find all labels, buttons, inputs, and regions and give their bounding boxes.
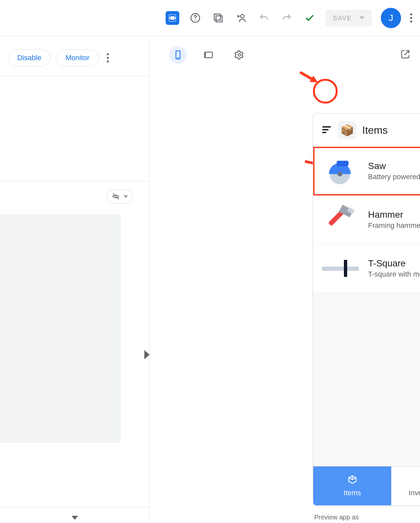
svg-rect-17	[322, 129, 328, 130]
undo-icon[interactable]	[257, 11, 271, 25]
bottom-tabs: Items Inventory Log Levels	[313, 466, 420, 505]
expand-toggle-icon[interactable]	[72, 516, 78, 520]
help-icon[interactable]	[188, 11, 202, 25]
device-phone-button[interactable]	[169, 46, 187, 64]
disable-button[interactable]: Disable	[8, 49, 51, 66]
list-item[interactable]: Saw Battery powered circular saw	[313, 147, 420, 195]
preview-as-label: Preview app as	[314, 514, 359, 521]
item-subtitle: Battery powered circular saw	[368, 173, 420, 181]
tab-items[interactable]: Items	[313, 466, 391, 505]
visibility-off-icon	[112, 192, 120, 201]
save-caret-icon	[359, 16, 364, 20]
item-subtitle: T-square with metric ruler	[368, 270, 420, 278]
svg-rect-5	[216, 16, 222, 22]
svg-rect-4	[214, 14, 220, 20]
device-settings-button[interactable]	[231, 46, 248, 64]
svg-rect-9	[205, 52, 213, 58]
panel-resize-grip[interactable]	[144, 350, 150, 359]
app-icon: 📦	[338, 121, 356, 139]
item-title: Saw	[368, 161, 420, 171]
item-title: Hammer	[368, 210, 420, 220]
phone-preview: 📦 Items Saw Battery pow	[313, 113, 420, 506]
left-overflow-icon[interactable]	[107, 53, 109, 62]
svg-point-3	[195, 20, 196, 21]
save-button: SAVE	[326, 10, 372, 26]
svg-point-23	[337, 172, 342, 176]
svg-line-12	[300, 72, 312, 79]
open-external-icon[interactable]	[400, 49, 410, 60]
overflow-menu-icon[interactable]	[410, 13, 412, 23]
item-list: Saw Battery powered circular saw Hammer …	[313, 147, 420, 466]
svg-rect-22	[337, 161, 348, 166]
chevron-down-icon	[123, 195, 128, 198]
sort-icon[interactable]	[321, 124, 332, 136]
svg-rect-16	[322, 126, 331, 127]
svg-rect-26	[344, 260, 347, 277]
item-thumb-hammer-icon	[321, 203, 360, 236]
redo-icon[interactable]	[280, 11, 294, 25]
list-item[interactable]: Hammer Framing hammer	[313, 195, 420, 244]
add-user-icon[interactable]	[234, 11, 248, 25]
app-title: Items	[362, 124, 420, 136]
tab-label: Inventory Log	[409, 489, 420, 497]
preview-toggle-icon[interactable]	[166, 11, 179, 25]
svg-rect-25	[322, 267, 358, 270]
monitor-button[interactable]: Monitor	[56, 49, 99, 66]
list-item[interactable]: T-Square T-square with metric ruler	[313, 244, 420, 293]
annotation-ring	[313, 79, 338, 104]
top-toolbar: SAVE J	[0, 0, 420, 36]
check-icon[interactable]	[303, 11, 316, 25]
avatar[interactable]: J	[381, 8, 401, 28]
device-tablet-button[interactable]	[200, 46, 218, 64]
svg-marker-13	[310, 76, 320, 86]
svg-rect-18	[322, 132, 326, 133]
tab-label: Items	[344, 489, 361, 497]
item-subtitle: Framing hammer	[368, 221, 420, 230]
save-button-label: SAVE	[333, 14, 351, 22]
item-thumb-saw-icon	[321, 155, 360, 187]
avatar-initial: J	[389, 13, 393, 23]
svg-point-6	[241, 14, 244, 18]
svg-point-11	[238, 54, 241, 56]
visibility-chip[interactable]	[107, 189, 133, 204]
right-panel: 📦 Items Saw Battery pow	[150, 36, 420, 523]
config-panel-placeholder	[0, 214, 121, 443]
left-panel: Disable Monitor	[0, 36, 150, 523]
tab-inventory-log[interactable]: Inventory Log	[391, 466, 420, 505]
layers-icon[interactable]	[211, 11, 225, 25]
preview-header: 📦 Items	[313, 114, 420, 146]
device-switch-bar	[150, 42, 420, 72]
item-thumb-tsquare-icon	[321, 252, 360, 285]
item-title: T-Square	[368, 258, 420, 269]
